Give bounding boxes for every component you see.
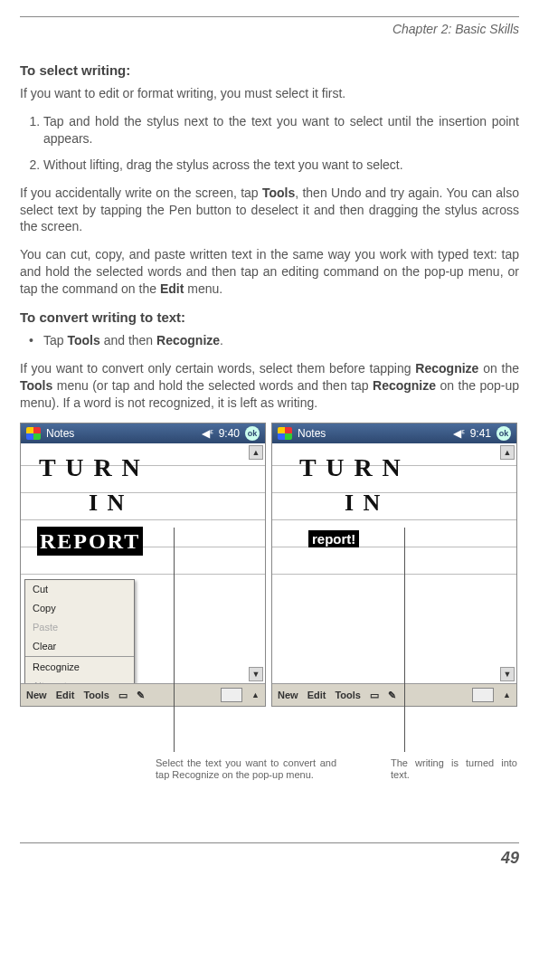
page-number: 49 — [20, 842, 519, 869]
caption-left: Select the text you want to convert and … — [156, 757, 336, 781]
menu-alternates: Alternates... — [25, 677, 134, 683]
ok-button[interactable]: ok — [245, 426, 260, 441]
accidental-write-paragraph: If you accidentally write on the screen,… — [20, 185, 519, 236]
menu-divider — [25, 656, 134, 657]
handwriting-line2: I N — [345, 487, 382, 519]
scroll-down-icon[interactable]: ▼ — [249, 667, 263, 681]
app-title: Notes — [46, 426, 74, 441]
writing-canvas-right[interactable]: ▲ ▼ T U R N I N report! — [272, 443, 516, 683]
screenshot-left: Notes ◀ᵋ 9:40 ok ▲ ▼ T U R N I N REPORT … — [20, 423, 266, 707]
toolbar-new[interactable]: New — [26, 689, 47, 702]
caption-right: The writing is turned into text. — [391, 757, 517, 781]
scroll-down-icon[interactable]: ▼ — [500, 667, 515, 681]
section-title-select-writing: To select writing: — [20, 62, 519, 80]
menu-cut[interactable]: Cut — [25, 580, 134, 599]
handwriting-line2: I N — [89, 487, 126, 519]
keyboard-icon[interactable] — [472, 688, 494, 702]
toolbar-tools[interactable]: Tools — [83, 689, 109, 702]
scroll-up-icon[interactable]: ▲ — [249, 445, 263, 460]
callouts: Select the text you want to convert and … — [20, 707, 519, 815]
arrow-up-icon[interactable]: ▲ — [503, 690, 511, 700]
handwriting-line1: T U R N — [299, 451, 402, 485]
sound-icon[interactable]: ◀ᵋ — [453, 426, 465, 441]
chapter-header: Chapter 2: Basic Skills — [20, 21, 519, 38]
figure-container: Notes ◀ᵋ 9:40 ok ▲ ▼ T U R N I N REPORT … — [20, 423, 519, 707]
menu-copy[interactable]: Copy — [25, 599, 134, 618]
start-icon[interactable] — [278, 427, 292, 440]
handwriting-selected-report: REPORT — [37, 527, 143, 556]
convert-certain-words-paragraph: If you want to convert only certain word… — [20, 360, 519, 412]
leader-line-left — [174, 528, 175, 752]
bottom-toolbar-right: New Edit Tools ▭ ✎ ▲ — [272, 683, 516, 706]
keyboard-icon[interactable] — [221, 688, 242, 702]
titlebar-left: Notes ◀ᵋ 9:40 ok — [21, 423, 265, 443]
titlebar-right: Notes ◀ᵋ 9:41 ok — [272, 423, 516, 443]
ok-button[interactable]: ok — [496, 426, 511, 441]
pen-icon[interactable]: ✎ — [388, 689, 396, 702]
bullet-list: Tap Tools and then Recognize. — [20, 332, 519, 349]
step-1: Tap and hold the stylus next to the text… — [43, 113, 519, 147]
context-menu: Cut Copy Paste Clear Recognize Alternate… — [24, 579, 135, 683]
writing-canvas-left[interactable]: ▲ ▼ T U R N I N REPORT Cut Copy Paste Cl… — [21, 443, 265, 683]
bullet-tools-recognize: Tap Tools and then Recognize. — [43, 332, 519, 349]
menu-recognize[interactable]: Recognize — [25, 658, 134, 677]
toolbar-edit[interactable]: Edit — [307, 689, 326, 702]
pen-icon[interactable]: ✎ — [137, 689, 145, 702]
steps-list: Tap and hold the stylus next to the text… — [20, 113, 519, 174]
bottom-toolbar-left: New Edit Tools ▭ ✎ ▲ — [21, 683, 265, 706]
toolbar-new[interactable]: New — [278, 689, 298, 702]
menu-clear[interactable]: Clear — [25, 637, 134, 656]
converted-text-report: report! — [308, 530, 359, 549]
sound-icon[interactable]: ◀ᵋ — [202, 426, 213, 441]
clock-time: 9:41 — [470, 426, 491, 441]
section-title-convert-writing: To convert writing to text: — [20, 309, 519, 327]
arrow-up-icon[interactable]: ▲ — [251, 690, 260, 700]
toolbar-edit[interactable]: Edit — [56, 689, 75, 702]
start-icon[interactable] — [26, 427, 41, 440]
screenshot-right: Notes ◀ᵋ 9:41 ok ▲ ▼ T U R N I N report! — [271, 423, 517, 707]
toolbar-tools[interactable]: Tools — [335, 689, 361, 702]
cassette-icon[interactable]: ▭ — [118, 689, 128, 702]
menu-paste: Paste — [25, 618, 134, 637]
step-2: Without lifting, drag the stylus across … — [43, 157, 519, 174]
cut-copy-paste-paragraph: You can cut, copy, and paste written tex… — [20, 246, 519, 298]
scroll-up-icon[interactable]: ▲ — [500, 445, 515, 460]
leader-line-right — [404, 528, 405, 752]
cassette-icon[interactable]: ▭ — [370, 689, 379, 702]
handwriting-line1: T U R N — [39, 451, 142, 485]
intro-paragraph: If you want to edit or format writing, y… — [20, 85, 519, 102]
clock-time: 9:40 — [219, 426, 240, 441]
app-title: Notes — [298, 426, 326, 441]
